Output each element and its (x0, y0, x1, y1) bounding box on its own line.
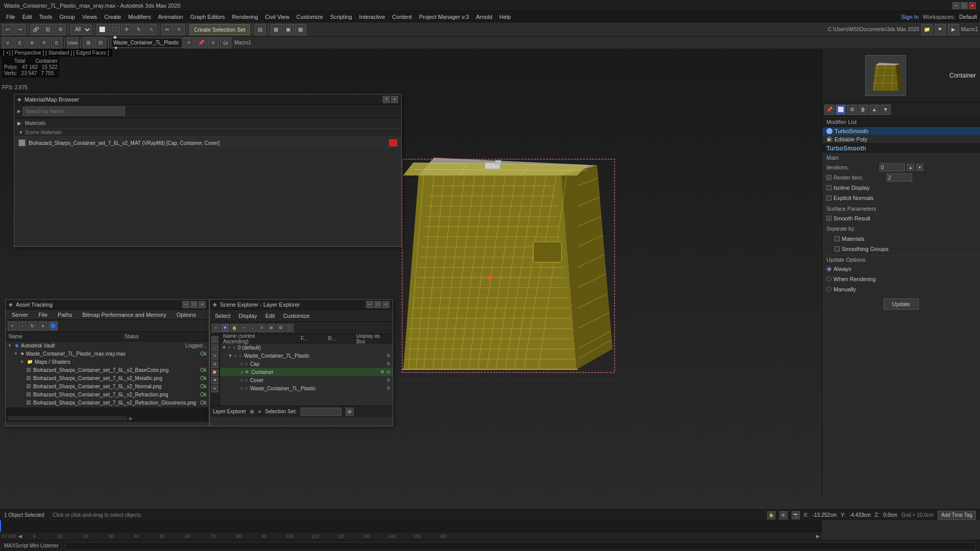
menu-file[interactable]: File (3, 13, 18, 21)
mod-move-dn-btn[interactable]: ▼ (880, 105, 891, 115)
scene-sb-1[interactable]: ⬛ (211, 336, 218, 343)
mod-pin-btn[interactable]: 📌 (824, 105, 835, 115)
scene-expand-btn[interactable]: ⊞ (267, 324, 275, 332)
snap-toggle-btn[interactable]: ⊞ (83, 37, 94, 48)
scene-filter-btn[interactable]: ▼ (221, 324, 229, 332)
scene-more-btn[interactable]: ⋮ (285, 324, 293, 332)
move-btn[interactable]: ✛ (121, 24, 132, 35)
menu-arnold[interactable]: Arnold (473, 13, 496, 21)
scene-sb-7[interactable]: ✦ (211, 385, 218, 392)
smoothing-groups-checkbox[interactable] (835, 246, 840, 252)
maximize-btn[interactable]: □ (961, 2, 968, 9)
render-iters-input[interactable] (887, 173, 912, 182)
scene-item-waste-container-obj[interactable]: ○ ○ Waste_Container_7L_Plastic ⚙ (220, 384, 393, 392)
material-item[interactable]: Biohazard_Sharps_Container_set_7_6L_v2_M… (14, 137, 401, 149)
modifier-turbosmooth[interactable]: TurboSmooth (822, 127, 980, 135)
scene-tree-content[interactable]: Name (Sorted Ascending) F... R... Displa… (220, 334, 393, 406)
undo-btn[interactable]: ↩ (2, 24, 13, 35)
scene-menu-customize[interactable]: Customize (280, 312, 313, 320)
panel-help-btn[interactable]: ? (383, 96, 390, 103)
quick-render-btn[interactable]: ▣ (283, 24, 294, 35)
menu-civil-view[interactable]: Civil View (262, 13, 292, 21)
scene-close-icon-btn[interactable]: × (212, 324, 220, 332)
asset-menu-options[interactable]: Options (174, 311, 199, 319)
search-input[interactable] (23, 107, 125, 116)
asset-item-refraction-gloss[interactable]: 🖼 Biohazard_Sharps_Container_set_7_6L_v2… (6, 398, 209, 407)
asset-add-btn[interactable]: + (8, 321, 17, 331)
scene-options-btn[interactable]: ⚙ (276, 324, 284, 332)
scene-states-btn[interactable]: ⚑ (935, 24, 946, 35)
iterations-dn-btn[interactable]: ▼ (916, 164, 923, 171)
always-radio[interactable] (826, 266, 831, 271)
scene-item-cap[interactable]: ○ ○ Cap ⚙ (220, 360, 393, 368)
add-time-tag-btn[interactable]: Add Time Tag (938, 511, 976, 520)
pin-scene-btn[interactable]: 📌 (195, 37, 207, 48)
render-iters-checkbox[interactable] (826, 175, 831, 180)
scene-item-waste-container-layer[interactable]: ▼ ○ ○ Waste_Container_7L_Plastic ⚙ (220, 352, 393, 360)
asset-item-basecolor[interactable]: 🖼 Biohazard_Sharps_Container_set_7_6L_v2… (6, 366, 209, 374)
asset-item-refraction[interactable]: 🖼 Biohazard_Sharps_Container_set_7_6L_v2… (6, 390, 209, 398)
when-rendering-radio[interactable] (826, 277, 831, 282)
modifier-list[interactable]: TurboSmooth ▶ Editable Poly (822, 127, 980, 144)
macro-btn[interactable]: ▶ (948, 24, 959, 35)
asset-item-maps[interactable]: ▼ 📁 Maps / Shaders (6, 358, 209, 366)
scene-collapse-btn[interactable]: ≡ (258, 324, 266, 332)
scene-close-btn[interactable]: × (382, 301, 389, 308)
turbosmooth-eye-icon[interactable] (826, 128, 832, 134)
mini-listener-input[interactable] (65, 542, 976, 550)
mod-env-btn[interactable]: ⚙ (847, 105, 857, 115)
asset-item-file[interactable]: ▼ ■ Waste_Container_7L_Plastic_max.vray.… (6, 349, 209, 358)
scene-sb-4[interactable]: ⚙ (211, 361, 218, 368)
mod-active-btn[interactable]: ⬜ (836, 105, 846, 115)
tl-nav-prev[interactable]: ◀ (18, 534, 22, 539)
menu-scripting[interactable]: Scripting (327, 13, 355, 21)
material-browser-header[interactable]: ◆ Material/Map Browser ? × (14, 94, 401, 105)
create-selection-btn[interactable]: Create Selection Set (189, 24, 250, 35)
timeline-track[interactable] (0, 520, 822, 532)
mat-browser-content[interactable]: ▼ Scene Materials Biohazard_Sharps_Conta… (14, 129, 401, 245)
scene-item-default[interactable]: ▼ ○ ○ 0 (default) (220, 343, 393, 352)
menu-graph-editors[interactable]: Graph Editors (187, 13, 228, 21)
asset-vault-btn[interactable]: 🔵 (48, 321, 58, 331)
menu-interactive[interactable]: Interactive (356, 13, 388, 21)
scene-menu-select[interactable]: Select (212, 312, 234, 320)
poly-mode-btn[interactable]: P (39, 37, 50, 48)
modifier-editable-poly[interactable]: ▶ Editable Poly (822, 135, 980, 143)
bind-btn[interactable]: ⚙ (55, 24, 66, 35)
asset-scrollbar-h[interactable] (6, 408, 209, 414)
render-frame-btn[interactable]: ▩ (295, 24, 306, 35)
select-btn[interactable]: ⬜ (96, 24, 108, 35)
asset-list-btn[interactable]: ≡ (38, 321, 47, 331)
link-btn[interactable]: 🔗 (30, 24, 41, 35)
close-btn[interactable]: × (969, 2, 976, 9)
smooth-result-checkbox[interactable] (826, 216, 831, 221)
scene-sb-6[interactable]: ⚑ (211, 377, 218, 384)
mod-delete-btn[interactable]: 🗑 (858, 105, 868, 115)
asset-refresh-btn[interactable]: ↻ (28, 321, 37, 331)
unlink-btn[interactable]: ⛓ (42, 24, 54, 35)
asset-restore-btn[interactable]: □ (190, 301, 198, 308)
element-mode-btn[interactable]: E (51, 37, 62, 48)
scene-rest-btn[interactable]: □ (374, 301, 381, 308)
snap-opts-btn[interactable]: ⊟ (95, 37, 106, 48)
menu-modifiers[interactable]: Modifiers (125, 13, 154, 21)
scene-sb-2[interactable]: ↕ (211, 344, 218, 352)
menu-views[interactable]: Views (79, 13, 100, 21)
status-icon-2[interactable]: ⊞ (779, 511, 788, 519)
status-icon-3[interactable]: 📷 (792, 511, 800, 519)
asset-menu-server[interactable]: Server (9, 311, 31, 319)
asset-close-btn[interactable]: × (199, 301, 206, 308)
selection-set-btn[interactable]: ▤ (346, 408, 354, 416)
manually-radio[interactable] (826, 287, 831, 292)
scene-sb-3[interactable]: ✎ (211, 353, 218, 360)
scene-del-btn[interactable]: - (249, 324, 257, 332)
explicit-normals-checkbox[interactable] (826, 195, 831, 201)
scene-add-btn[interactable]: + (239, 324, 248, 332)
select-region-btn[interactable]: ⬛ (109, 24, 120, 35)
asset-remove-btn[interactable]: - (18, 321, 27, 331)
mod-move-up-btn[interactable]: ▲ (869, 105, 879, 115)
scene-item-cover[interactable]: ○ ○ Cover ⚙ (220, 376, 393, 384)
scene-explorer-header[interactable]: ◆ Scene Explorer - Layer Explorer − □ × (210, 299, 393, 310)
border-mode-btn[interactable]: B (27, 37, 38, 48)
iterations-up-btn[interactable]: ▲ (907, 164, 914, 171)
